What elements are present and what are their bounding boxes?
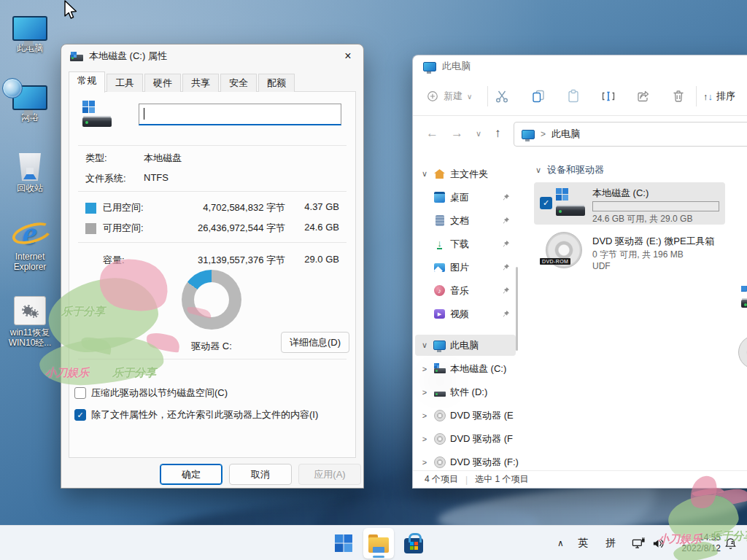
drive-free-space: 24.6 GB 可用, 共 29.0 GB bbox=[592, 213, 692, 225]
properties-dialog: 本地磁盘 (C:) 属性 × 常规 工具 硬件 共享 安全 配额 类型: 本地磁… bbox=[61, 44, 364, 489]
used-space-label: 已用空间: bbox=[103, 201, 144, 214]
chevron-right-icon[interactable]: > bbox=[420, 458, 429, 467]
drive-c-item[interactable]: ✓ 本地磁盘 (C:) 24.6 GB 可用, 共 29.0 GB bbox=[534, 182, 725, 225]
sidebar-item-dvd-f2[interactable]: > DVD 驱动器 (F:) bbox=[415, 451, 516, 472]
pin-icon bbox=[502, 310, 510, 318]
start-button[interactable] bbox=[328, 528, 359, 559]
chevron-right-icon[interactable]: > bbox=[420, 388, 429, 397]
pin-icon bbox=[502, 240, 510, 248]
sidebar-item-music[interactable]: ♪ 音乐 bbox=[415, 280, 516, 301]
desktop-icon-network[interactable]: 网络 bbox=[1, 77, 58, 122]
explorer-titlebar[interactable]: 此电脑 bbox=[413, 55, 747, 77]
ok-button[interactable]: 确定 bbox=[160, 464, 222, 485]
videos-icon: ▶ bbox=[434, 309, 445, 319]
explorer-navbar: ← → ∨ ↑ > 此电脑 bbox=[413, 115, 747, 152]
sidebar-item-drive-d[interactable]: > 软件 (D:) bbox=[415, 381, 516, 402]
forward-icon[interactable]: → bbox=[451, 126, 463, 141]
hidden-icons-chevron-icon[interactable]: ∧ bbox=[557, 526, 564, 560]
free-space-bytes: 26,436,972,544 字节 bbox=[179, 222, 285, 235]
taskbar-file-explorer-button[interactable] bbox=[363, 528, 394, 559]
free-space-legend-swatch bbox=[85, 223, 96, 234]
chevron-right-icon[interactable]: > bbox=[420, 435, 429, 443]
recent-locations-chevron-icon[interactable]: ∨ bbox=[476, 129, 481, 139]
sidebar-item-dvd-f[interactable]: > DVD 驱动器 (F bbox=[415, 428, 516, 449]
sidebar-item-documents[interactable]: 文档 bbox=[415, 210, 516, 231]
desktop-icon-internet-explorer[interactable]: e Internet Explorer bbox=[1, 216, 58, 272]
chevron-down-icon[interactable]: ∨ bbox=[535, 166, 541, 175]
rename-icon[interactable] bbox=[601, 89, 616, 104]
dvd-e-item[interactable]: DVD-ROM DVD 驱动器 (E:) 微PE工具箱 0 字节 可用, 共 1… bbox=[534, 230, 725, 277]
drive-name: 本地磁盘 (C:) bbox=[592, 187, 649, 200]
chevron-right-icon[interactable]: > bbox=[420, 365, 429, 373]
new-button[interactable]: 新建 ∨ bbox=[426, 90, 472, 103]
compress-checkbox-row[interactable]: ✓ 压缩此驱动器以节约磁盘空间(C) bbox=[74, 386, 228, 400]
tab-security[interactable]: 安全 bbox=[220, 74, 257, 92]
sidebar-item-pictures[interactable]: 图片 bbox=[415, 257, 516, 278]
up-icon[interactable]: ↑ bbox=[495, 126, 501, 141]
copy-icon[interactable] bbox=[531, 89, 546, 104]
dvd-filesystem: UDF bbox=[592, 261, 611, 271]
apply-button[interactable]: 应用(A) bbox=[298, 464, 361, 485]
chevron-down-icon: ∨ bbox=[467, 93, 472, 101]
compress-checkbox[interactable]: ✓ bbox=[74, 387, 86, 399]
share-icon[interactable] bbox=[636, 89, 651, 104]
desktop-icon-recycle-bin[interactable]: 回收站 bbox=[1, 147, 58, 193]
chevron-right-icon[interactable]: > bbox=[420, 411, 429, 420]
chevron-down-icon[interactable]: ∨ bbox=[420, 169, 429, 179]
ime-language-indicator[interactable]: 英 bbox=[578, 526, 588, 560]
back-icon[interactable]: ← bbox=[426, 126, 438, 141]
dialog-titlebar[interactable]: 本地磁盘 (C:) 属性 bbox=[61, 44, 363, 68]
drive-icon bbox=[82, 101, 113, 128]
section-header-devices[interactable]: ∨ 设备和驱动器 bbox=[535, 163, 604, 176]
sidebar-item-dvd-e[interactable]: > DVD 驱动器 (E bbox=[415, 405, 516, 426]
index-checkbox-row[interactable]: ✓ 除了文件属性外，还允许索引此驱动器上文件的内容(I) bbox=[74, 408, 318, 421]
sidebar-item-home[interactable]: ∨ 主文件夹 bbox=[415, 163, 516, 184]
network-tray-icon[interactable] bbox=[632, 526, 646, 560]
notification-bell-icon[interactable] bbox=[724, 526, 738, 560]
desktop-icon-label: 回收站 bbox=[1, 183, 58, 193]
volume-tray-icon[interactable] bbox=[651, 526, 665, 560]
selection-checkbox[interactable]: ✓ bbox=[540, 197, 552, 209]
delete-icon[interactable] bbox=[671, 89, 686, 104]
cut-icon[interactable] bbox=[495, 89, 509, 104]
compress-checkbox-label: 压缩此驱动器以节约磁盘空间(C) bbox=[91, 386, 228, 400]
general-tab-page: 类型: 本地磁盘 文件系统: NTFS 已用空间: 4,702,584,832 … bbox=[69, 91, 356, 458]
sort-button[interactable]: ↑↓ 排序 bbox=[703, 90, 735, 103]
internet-explorer-icon: e bbox=[13, 217, 47, 249]
breadcrumb[interactable]: 此电脑 bbox=[551, 128, 580, 141]
sidebar-item-desktop[interactable]: 桌面 bbox=[415, 187, 516, 208]
divider bbox=[78, 191, 347, 192]
filesystem-label: 文件系统: bbox=[85, 172, 126, 185]
taskbar-clock[interactable]: 14:55 2022/8/12 bbox=[668, 532, 721, 554]
paste-icon[interactable] bbox=[566, 89, 581, 104]
tab-hardware[interactable]: 硬件 bbox=[144, 74, 181, 92]
sidebar-scrollbar[interactable] bbox=[516, 267, 518, 351]
volume-label-input[interactable] bbox=[139, 104, 341, 125]
index-checkbox[interactable]: ✓ bbox=[74, 409, 86, 421]
sidebar-item-videos[interactable]: ▶ 视频 bbox=[415, 303, 516, 324]
chevron-down-icon[interactable]: ∨ bbox=[420, 341, 429, 350]
address-bar[interactable]: > 此电脑 bbox=[514, 122, 747, 147]
close-icon[interactable]: × bbox=[338, 47, 357, 65]
sidebar-item-drive-c[interactable]: > 本地磁盘 (C:) bbox=[415, 358, 516, 379]
details-button[interactable]: 详细信息(D) bbox=[281, 332, 349, 353]
folder-icon bbox=[368, 537, 389, 553]
home-icon bbox=[434, 169, 445, 179]
tab-tools[interactable]: 工具 bbox=[107, 74, 143, 92]
tab-sharing[interactable]: 共享 bbox=[182, 74, 219, 92]
dvd-name: DVD 驱动器 (E:) 微PE工具箱 bbox=[592, 235, 715, 248]
pictures-icon bbox=[434, 263, 445, 272]
taskbar-store-button[interactable] bbox=[398, 528, 429, 559]
system-drive-icon bbox=[554, 187, 587, 219]
sidebar-item-downloads[interactable]: ↓ 下载 bbox=[415, 233, 516, 254]
plus-circle-icon bbox=[426, 90, 439, 103]
sidebar-item-this-pc[interactable]: ∨ 此电脑 bbox=[415, 335, 516, 356]
cancel-button[interactable]: 取消 bbox=[229, 464, 292, 485]
tab-general[interactable]: 常规 bbox=[69, 71, 105, 93]
tab-quota[interactable]: 配额 bbox=[258, 74, 295, 92]
desktop-icon-win11-restore[interactable]: win11恢复 WIN10经... bbox=[1, 292, 58, 348]
ime-mode-indicator[interactable]: 拼 bbox=[605, 526, 616, 560]
this-pc-icon bbox=[423, 62, 436, 71]
desktop-icon-this-pc[interactable]: 此电脑 bbox=[1, 7, 58, 53]
partial-dvd-icon bbox=[738, 335, 747, 369]
